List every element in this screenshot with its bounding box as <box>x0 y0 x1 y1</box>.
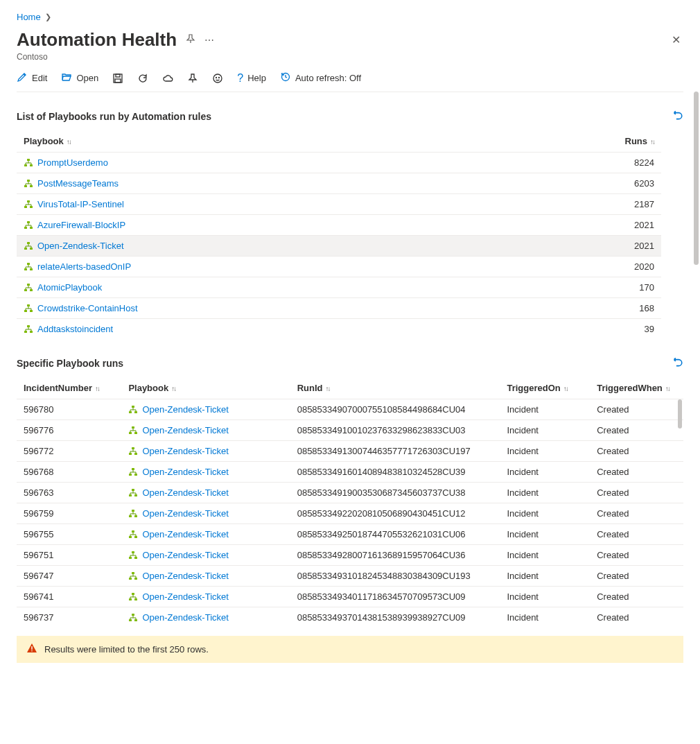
playbook-link[interactable]: Open-Zendesk-Ticket <box>121 483 290 503</box>
svg-point-4 <box>216 77 217 78</box>
table-row[interactable]: 596737Open-Zendesk-Ticket085853349370143… <box>17 607 683 628</box>
svg-rect-33 <box>30 331 33 333</box>
refresh-button[interactable] <box>137 73 148 84</box>
playbook-link[interactable]: Open-Zendesk-Ticket <box>121 524 290 545</box>
playbook-link[interactable]: Open-Zendesk-Ticket <box>17 236 514 257</box>
autorefresh-button[interactable]: Auto refresh: Off <box>280 71 361 85</box>
col-runid[interactable]: RunId↑↓ <box>290 377 500 399</box>
table-row[interactable]: AzureFirewall-BlockIP2021 <box>17 215 661 236</box>
runs-value: 2020 <box>514 257 661 277</box>
playbook-link[interactable]: PostMessageTeams <box>17 173 514 194</box>
svg-rect-14 <box>24 206 27 208</box>
table-row[interactable]: 596768Open-Zendesk-Ticket085853349160140… <box>17 462 683 483</box>
runid-cell: 08585334931018245348830384309CU193 <box>290 566 500 587</box>
undo-icon[interactable] <box>671 109 683 123</box>
svg-rect-24 <box>30 268 33 270</box>
incidentnumber-cell: 596759 <box>17 503 121 524</box>
col-triggeredon[interactable]: TriggeredOn↑↓ <box>500 377 590 399</box>
feedback-button[interactable] <box>212 73 223 84</box>
page-scrollbar[interactable] <box>692 89 700 744</box>
triggeredwhen-cell: Created <box>590 503 683 524</box>
svg-rect-2 <box>115 79 121 83</box>
logicapp-icon <box>128 571 138 581</box>
triggeredon-cell: Incident <box>500 607 590 628</box>
table-row[interactable]: 596747Open-Zendesk-Ticket085853349310182… <box>17 566 683 587</box>
playbook-link[interactable]: Crowdstrike-ContainHost <box>17 298 514 319</box>
more-icon[interactable]: ⋯ <box>204 35 214 46</box>
playbook-link[interactable]: AtomicPlaybook <box>17 277 514 298</box>
runs-value: 6203 <box>514 173 661 194</box>
col-incidentnumber[interactable]: IncidentNumber↑↓ <box>17 377 121 399</box>
svg-rect-18 <box>30 227 33 229</box>
table-row[interactable]: 596776Open-Zendesk-Ticket085853349100102… <box>17 420 683 441</box>
help-button[interactable]: ? Help <box>237 72 266 85</box>
table-row[interactable]: 596755Open-Zendesk-Ticket085853349250187… <box>17 524 683 545</box>
playbook-link[interactable]: Open-Zendesk-Ticket <box>121 462 290 483</box>
runid-cell: 08585334919003530687345603737CU38 <box>290 483 500 503</box>
table-row[interactable]: relateAlerts-basedOnIP2020 <box>17 257 661 277</box>
playbook-link[interactable]: relateAlerts-basedOnIP <box>17 257 514 277</box>
runs-value: 168 <box>514 298 661 319</box>
playbook-link[interactable]: Open-Zendesk-Ticket <box>121 503 290 524</box>
triggeredon-cell: Incident <box>500 545 590 566</box>
svg-rect-36 <box>134 411 137 413</box>
save-button[interactable] <box>112 73 123 84</box>
runs-scrollbar[interactable] <box>676 398 683 628</box>
svg-rect-25 <box>27 284 30 286</box>
table-row[interactable]: Addtaskstoincident39 <box>17 319 661 340</box>
triggeredon-cell: Incident <box>500 524 590 545</box>
runid-cell: 08585334910010237633298623833CU03 <box>290 420 500 441</box>
table-row[interactable]: 596780Open-Zendesk-Ticket085853349070007… <box>17 399 683 420</box>
playbook-link[interactable]: Open-Zendesk-Ticket <box>121 441 290 462</box>
col-playbook[interactable]: Playbook↑↓ <box>121 377 290 399</box>
playbook-link[interactable]: Open-Zendesk-Ticket <box>121 566 290 587</box>
runs-value: 2021 <box>514 236 661 257</box>
triggeredwhen-cell: Created <box>590 607 683 628</box>
undo-icon[interactable] <box>671 356 683 370</box>
playbook-link[interactable]: Open-Zendesk-Ticket <box>121 399 290 420</box>
breadcrumb: Home ❯ <box>17 8 683 25</box>
svg-rect-17 <box>24 227 27 229</box>
table-row[interactable]: Crowdstrike-ContainHost168 <box>17 298 661 319</box>
playbook-link[interactable]: Addtaskstoincident <box>17 319 514 340</box>
col-triggeredwhen[interactable]: TriggeredWhen↑↓ <box>590 377 683 399</box>
table-row[interactable]: AtomicPlaybook170 <box>17 277 661 298</box>
svg-rect-48 <box>134 494 137 496</box>
table-row[interactable]: 596763Open-Zendesk-Ticket085853349190035… <box>17 483 683 503</box>
playbook-link[interactable]: Open-Zendesk-Ticket <box>121 587 290 607</box>
page-subtitle: Contoso <box>17 52 683 62</box>
playbook-link[interactable]: Open-Zendesk-Ticket <box>121 420 290 441</box>
open-button[interactable]: Open <box>61 71 98 85</box>
runid-cell: 08585334925018744705532621031CU06 <box>290 524 500 545</box>
table-row[interactable]: 596759Open-Zendesk-Ticket085853349220208… <box>17 503 683 524</box>
edit-button[interactable]: Edit <box>17 71 47 85</box>
playbook-link[interactable]: Open-Zendesk-Ticket <box>121 607 290 628</box>
playbook-link[interactable]: Open-Zendesk-Ticket <box>121 545 290 566</box>
pin-icon[interactable] <box>185 33 196 46</box>
table-row[interactable]: VirusTotal-IP-Sentinel2187 <box>17 194 661 215</box>
cloud-button[interactable] <box>162 73 173 84</box>
pencil-icon <box>17 71 28 85</box>
svg-rect-56 <box>129 557 132 559</box>
chevron-right-icon: ❯ <box>45 12 51 21</box>
incidentnumber-cell: 596768 <box>17 462 121 483</box>
svg-rect-9 <box>30 164 33 166</box>
runid-cell: 08585334913007446357771726303CU197 <box>290 441 500 462</box>
table-row[interactable]: 596751Open-Zendesk-Ticket085853349280071… <box>17 545 683 566</box>
svg-rect-52 <box>132 530 134 533</box>
playbook-link[interactable]: AzureFirewall-BlockIP <box>17 215 514 236</box>
table-row[interactable]: 596772Open-Zendesk-Ticket085853349130074… <box>17 441 683 462</box>
col-runs[interactable]: Runs↑↓ <box>514 130 661 153</box>
breadcrumb-home[interactable]: Home <box>17 12 41 22</box>
playbook-link[interactable]: PromptUserdemo <box>17 153 514 173</box>
table-row[interactable]: 596741Open-Zendesk-Ticket085853349340117… <box>17 587 683 607</box>
close-icon[interactable]: ✕ <box>672 33 681 46</box>
pin-toolbar-button[interactable] <box>187 73 198 84</box>
table-row[interactable]: Open-Zendesk-Ticket2021 <box>17 236 661 257</box>
svg-rect-45 <box>134 474 137 476</box>
playbook-link[interactable]: VirusTotal-IP-Sentinel <box>17 194 514 215</box>
svg-rect-10 <box>27 180 30 182</box>
table-row[interactable]: PromptUserdemo8224 <box>17 153 661 173</box>
col-playbook[interactable]: Playbook↑↓ <box>17 130 514 153</box>
table-row[interactable]: PostMessageTeams6203 <box>17 173 661 194</box>
